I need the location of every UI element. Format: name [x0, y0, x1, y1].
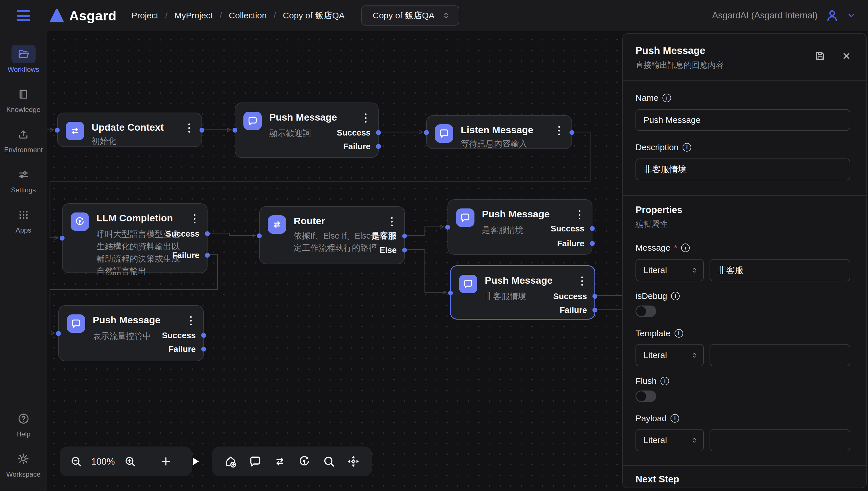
payload-type-select[interactable]: Literal	[635, 429, 704, 451]
output-handle[interactable]	[200, 128, 204, 133]
output-port-success[interactable]: Success	[166, 229, 200, 239]
message-node-icon[interactable]	[248, 455, 262, 468]
info-icon[interactable]: i	[662, 94, 671, 102]
node-push-message-service[interactable]: Push Message 是客服情境 Success Failure	[448, 199, 593, 255]
output-port-failure[interactable]: Failure	[172, 250, 200, 260]
template-type-select[interactable]: Literal	[635, 344, 704, 366]
run-workflow-button[interactable]	[189, 455, 202, 468]
output-port-else[interactable]: Else	[380, 245, 397, 255]
sidebar-item-label: Settings	[11, 186, 36, 194]
node-title: Router	[294, 215, 325, 227]
output-port-failure[interactable]: Failure	[343, 142, 370, 151]
zoom-out-icon[interactable]	[69, 455, 83, 468]
chat-bubble-icon	[456, 208, 475, 227]
breadcrumb-collection[interactable]: Collection	[229, 11, 267, 20]
info-icon[interactable]: i	[675, 329, 683, 338]
input-handle[interactable]	[257, 233, 262, 238]
node-menu-button[interactable]	[361, 112, 370, 124]
edge[interactable]	[208, 233, 255, 235]
sidebar-item-label: Knowledge	[6, 106, 40, 114]
chevron-down-icon[interactable]	[847, 11, 856, 20]
sidebar-item-workspace[interactable]: Workspace	[6, 450, 41, 479]
node-llm-completion[interactable]: LLM Completion 呼叫大型語言模型並產生結構化的資料輸出以輔助流程的…	[62, 203, 208, 273]
node-title: Push Message	[482, 208, 550, 220]
node-router[interactable]: Router 依據If、Else If、Else條件決定工作流程執行的路徑 是客…	[259, 206, 405, 264]
node-menu-button[interactable]	[554, 125, 564, 136]
input-handle[interactable]	[56, 331, 61, 336]
input-handle[interactable]	[448, 291, 453, 295]
input-handle[interactable]	[60, 236, 65, 241]
hamburger-menu-icon[interactable]	[17, 10, 30, 21]
message-value-field[interactable]	[710, 259, 850, 281]
user-icon[interactable]	[825, 8, 839, 23]
input-handle[interactable]	[233, 128, 237, 133]
info-icon[interactable]: i	[660, 377, 669, 385]
info-icon[interactable]: i	[670, 414, 679, 423]
upload-icon	[11, 125, 35, 144]
save-icon[interactable]	[814, 50, 826, 62]
info-icon[interactable]: i	[681, 243, 690, 252]
zoom-toolbar: 100%	[60, 446, 192, 476]
flush-toggle[interactable]	[635, 391, 656, 402]
output-port-success[interactable]: Success	[337, 128, 370, 138]
close-icon[interactable]	[841, 51, 852, 61]
sidebar-item-settings[interactable]: Settings	[11, 165, 36, 194]
node-update-context[interactable]: Update Context 初始化	[57, 113, 202, 147]
output-port-failure[interactable]: Failure	[557, 239, 585, 249]
sidebar-item-environment[interactable]: Environment	[4, 125, 43, 154]
swap-arrows-node-icon[interactable]	[273, 455, 287, 468]
message-type-select[interactable]: Literal	[635, 259, 704, 281]
sidebar-item-help[interactable]: Help	[11, 409, 36, 438]
sidebar-item-workflows[interactable]: Workflows	[7, 45, 39, 74]
output-port-failure[interactable]: Failure	[560, 305, 587, 315]
node-push-message-non-service[interactable]: Push Message 非客服情境 Success Failure	[450, 265, 595, 320]
node-push-message-throttle[interactable]: Push Message 表示流量控管中 Success Failure	[58, 305, 204, 361]
llm-node-icon[interactable]	[297, 455, 311, 468]
sidebar-item-apps[interactable]: Apps	[11, 206, 36, 234]
add-start-node-icon[interactable]	[224, 455, 238, 468]
output-port-success[interactable]: Success	[550, 224, 585, 233]
info-icon[interactable]: i	[671, 292, 680, 300]
edge[interactable]	[405, 250, 446, 292]
node-menu-button[interactable]	[186, 315, 196, 326]
node-menu-button[interactable]	[575, 209, 585, 221]
folder-icon	[11, 45, 36, 63]
chat-bubble-icon	[67, 314, 85, 333]
zoom-in-icon[interactable]	[123, 455, 137, 468]
node-title: Push Message	[269, 112, 337, 123]
output-port-failure[interactable]: Failure	[169, 344, 196, 354]
node-push-message-welcome[interactable]: Push Message 顯示歡迎詞 Success Failure	[235, 103, 379, 158]
breadcrumb-project[interactable]: Project	[131, 11, 158, 20]
edge[interactable]	[405, 227, 444, 235]
output-port-success[interactable]: Success	[553, 291, 587, 301]
output-port-success[interactable]: Success	[162, 330, 196, 340]
node-menu-button[interactable]	[577, 276, 587, 287]
node-title: Listen Message	[461, 124, 533, 136]
input-handle[interactable]	[424, 130, 429, 135]
payload-value-field[interactable]	[710, 429, 850, 451]
search-icon[interactable]	[322, 455, 336, 468]
workflow-selector[interactable]: Copy of 飯店QA	[361, 5, 459, 26]
add-node-button[interactable]	[159, 455, 172, 468]
output-port-is-service[interactable]: 是客服	[372, 231, 397, 241]
node-listen-message[interactable]: Listen Message 等待訊息內容輸入	[426, 115, 572, 149]
node-menu-button[interactable]	[184, 122, 194, 134]
properties-heading: Properties	[635, 204, 850, 215]
move-canvas-icon[interactable]	[347, 455, 360, 468]
template-value-field[interactable]	[710, 344, 850, 366]
input-handle[interactable]	[445, 225, 450, 230]
node-menu-button[interactable]	[190, 213, 200, 225]
isdebug-toggle[interactable]	[635, 306, 656, 317]
breadcrumb-myproject[interactable]: MyProject	[175, 11, 213, 20]
description-field[interactable]	[635, 158, 850, 180]
sidebar-item-knowledge[interactable]: Knowledge	[6, 85, 40, 114]
output-handle[interactable]	[569, 130, 574, 135]
panel-divider	[623, 80, 866, 81]
node-menu-button[interactable]	[387, 216, 397, 227]
info-icon[interactable]: i	[683, 143, 691, 152]
app-header: Asgard Project / MyProject / Collection …	[0, 0, 868, 31]
llm-bulb-icon	[70, 212, 89, 231]
message-field-label: Message*i	[635, 243, 850, 253]
name-field[interactable]	[635, 109, 850, 131]
input-handle[interactable]	[55, 128, 60, 133]
